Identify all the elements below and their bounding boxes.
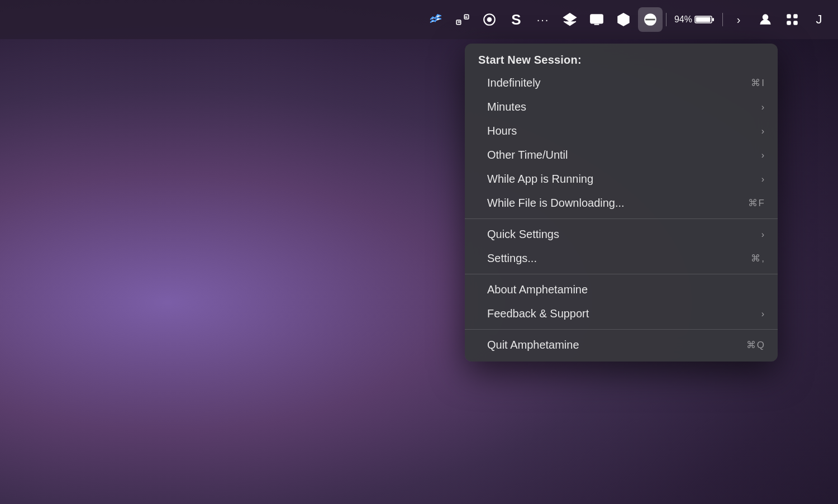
hours-chevron: › [761, 126, 764, 136]
amphetamine-icon[interactable] [638, 7, 663, 32]
svg-rect-5 [591, 15, 603, 23]
quit-label: Quit Amphetamine [487, 339, 579, 351]
cmd-symbol-2: ⌘ [748, 197, 758, 209]
svg-point-3 [487, 17, 492, 22]
cube-icon[interactable] [611, 7, 636, 32]
while-app-running-label: While App is Running [487, 173, 593, 186]
cmd-symbol-3: ⌘ [751, 253, 760, 264]
menubar-separator-2 [722, 13, 723, 26]
menubar: S ··· 94% [0, 0, 838, 39]
settings-label: Settings... [487, 252, 537, 265]
layers-icon[interactable] [558, 7, 582, 32]
control-center-icon[interactable] [780, 7, 804, 32]
menu-item-while-file-downloading[interactable]: While File is Downloading... ⌘ F [465, 191, 778, 215]
quit-shortcut: ⌘ Q [746, 339, 764, 351]
screen-capture-icon[interactable] [584, 7, 609, 32]
battery-percent-label: 94% [674, 15, 692, 25]
svg-rect-16 [787, 14, 791, 18]
svg-rect-18 [787, 21, 791, 25]
menu-item-feedback[interactable]: Feedback & Support › [465, 302, 778, 326]
menu-item-while-app-running[interactable]: While App is Running › [465, 167, 778, 191]
menu-section-header: Start New Session: [465, 48, 778, 71]
menu-divider-3 [465, 329, 778, 330]
dots-menu-icon[interactable]: ··· [531, 7, 555, 32]
skype-icon[interactable]: S [504, 7, 528, 32]
battery-area: 94% [670, 15, 719, 25]
feedback-chevron: › [761, 309, 764, 319]
account-icon[interactable] [753, 7, 778, 32]
other-time-label: Other Time/Until [487, 149, 568, 161]
cmd-symbol: ⌘ [751, 77, 760, 89]
battery-icon [694, 15, 715, 25]
menu-item-hours[interactable]: Hours › [465, 119, 778, 143]
hours-label: Hours [487, 125, 517, 137]
circle-icon[interactable] [477, 7, 502, 32]
svg-rect-17 [793, 14, 798, 18]
quick-settings-chevron: › [761, 230, 764, 240]
while-app-running-chevron: › [761, 174, 764, 184]
while-file-downloading-label: While File is Downloading... [487, 197, 625, 210]
svg-rect-13 [712, 18, 714, 21]
menu-item-other-time[interactable]: Other Time/Until › [465, 143, 778, 167]
menu-item-indefinitely[interactable]: Indefinitely ⌘ I [465, 71, 778, 95]
file-downloading-shortcut: ⌘ F [748, 197, 764, 209]
indefinitely-label: Indefinitely [487, 77, 541, 89]
transfer-icon[interactable] [450, 7, 475, 32]
svg-rect-14 [696, 17, 711, 22]
minutes-label: Minutes [487, 101, 526, 113]
minutes-chevron: › [761, 102, 764, 112]
menu-item-settings[interactable]: Settings... ⌘ , [465, 246, 778, 270]
menu-item-quit[interactable]: Quit Amphetamine ⌘ Q [465, 333, 778, 357]
menu-divider-1 [465, 218, 778, 219]
user-initial[interactable]: J [807, 7, 831, 32]
svg-rect-19 [793, 21, 798, 25]
quick-settings-label: Quick Settings [487, 228, 559, 241]
menu-divider-2 [465, 274, 778, 274]
svg-marker-4 [564, 13, 576, 21]
stocks-icon[interactable] [423, 7, 448, 32]
feedback-label: Feedback & Support [487, 307, 589, 320]
amphetamine-dropdown-menu: Start New Session: Indefinitely ⌘ I Minu… [465, 44, 778, 362]
menu-item-quick-settings[interactable]: Quick Settings › [465, 222, 778, 246]
about-label: About Amphetamine [487, 283, 588, 296]
menu-item-about[interactable]: About Amphetamine [465, 278, 778, 302]
cmd-symbol-4: ⌘ [746, 339, 756, 351]
svg-point-15 [763, 15, 768, 20]
menu-item-minutes[interactable]: Minutes › [465, 95, 778, 119]
indefinitely-shortcut: ⌘ I [751, 77, 764, 89]
other-time-chevron: › [761, 150, 764, 160]
settings-shortcut: ⌘ , [751, 253, 764, 264]
menubar-separator-1 [666, 13, 666, 26]
chevron-icon[interactable]: › [726, 7, 751, 32]
